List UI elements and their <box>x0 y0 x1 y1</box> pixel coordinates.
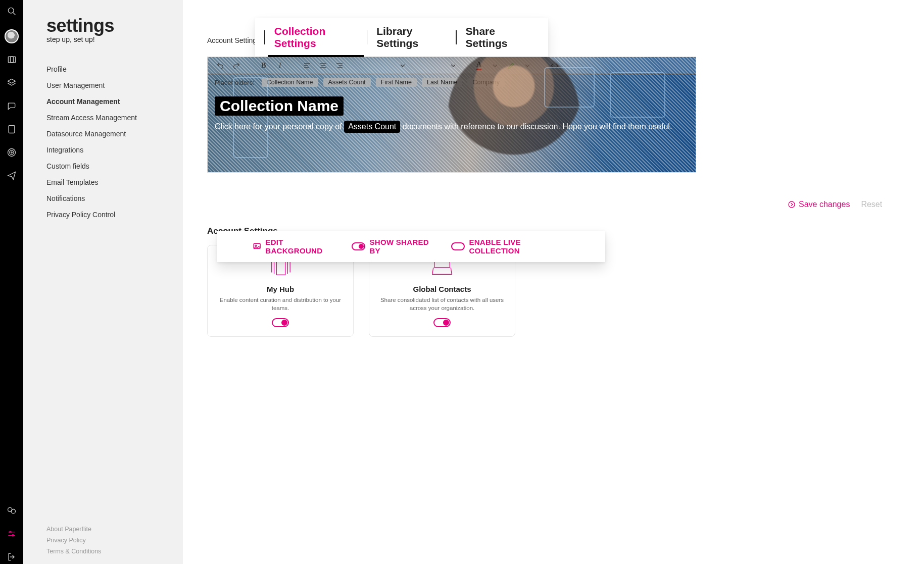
settings-sliders-icon[interactable] <box>7 529 17 541</box>
svg-point-27 <box>789 201 795 208</box>
footer-link-terms[interactable]: Terms & Conditions <box>46 548 183 555</box>
footer-link-privacy[interactable]: Privacy Policy <box>46 537 183 544</box>
hero-body-token[interactable]: Assets Count <box>344 121 400 133</box>
settings-sidebar: settings step up, set up! Profile User M… <box>23 0 183 564</box>
sidebar-item-integrations[interactable]: Integrations <box>46 144 183 156</box>
collections-icon[interactable] <box>7 55 17 67</box>
enable-live-collection-toggle[interactable]: ENABLE LIVE COLLECTION <box>451 238 570 255</box>
reset-button[interactable]: Reset <box>861 200 882 209</box>
save-row: Save changes Reset <box>788 200 889 209</box>
chip-assets-count[interactable]: Assets Count <box>323 78 371 87</box>
rte-toolbar: B I A <box>208 57 696 74</box>
svg-point-10 <box>11 509 15 514</box>
save-changes-button[interactable]: Save changes <box>788 200 850 209</box>
settings-tabstrip: Collection Settings Library Settings Sha… <box>255 18 548 57</box>
settings-nav: Profile User Management Account Manageme… <box>46 64 183 220</box>
italic-button[interactable]: I <box>274 60 285 71</box>
align-left-button[interactable] <box>302 60 313 71</box>
sidebar-item-privacy-policy[interactable]: Privacy Policy Control <box>46 209 183 220</box>
font-size-dropdown[interactable] <box>412 60 457 71</box>
enable-live-collection-label: ENABLE LIVE COLLECTION <box>469 238 570 255</box>
hero-body-text[interactable]: Click here for your personal copy of Ass… <box>215 121 689 133</box>
breadcrumb: Account Settings <box>207 36 260 44</box>
card-title: Global Contacts <box>413 285 471 293</box>
collection-hero: B I A Placeholders: Collectio <box>207 57 696 173</box>
tablet-icon[interactable] <box>7 124 17 136</box>
redo-button[interactable] <box>231 60 242 71</box>
align-right-button[interactable] <box>334 60 345 71</box>
sidebar-footer: About Paperflite Privacy Policy Terms & … <box>46 526 183 555</box>
activity-icon[interactable] <box>7 505 17 518</box>
layers-icon[interactable] <box>7 78 17 90</box>
global-contacts-toggle[interactable] <box>433 318 451 327</box>
chip-collection-name[interactable]: Collection Name <box>262 78 318 87</box>
chat-icon[interactable] <box>7 101 17 113</box>
my-hub-toggle[interactable] <box>272 318 289 327</box>
sidebar-item-profile[interactable]: Profile <box>46 64 183 75</box>
avatar[interactable] <box>5 29 19 43</box>
toggle-off-icon <box>451 242 465 250</box>
send-icon[interactable] <box>7 171 17 183</box>
bold-button[interactable]: B <box>258 60 269 71</box>
toggle-on-icon <box>352 242 365 250</box>
hero-text-editor[interactable]: Collection Name Click here for your pers… <box>215 96 689 133</box>
sidebar-item-stream-access[interactable]: Stream Access Management <box>46 112 183 123</box>
sidebar-item-notifications[interactable]: Notifications <box>46 193 183 204</box>
svg-line-1 <box>13 13 16 15</box>
tab-share-settings[interactable]: Share Settings <box>457 26 539 48</box>
editor-area: B I A Placeholders: Collectio <box>207 57 696 173</box>
font-family-dropdown[interactable] <box>361 60 407 71</box>
show-shared-by-toggle[interactable]: SHOW SHARED BY <box>352 238 439 255</box>
tab-collection-settings[interactable]: Collection Settings <box>265 26 367 48</box>
main-content: Account Settings B I A <box>183 0 924 564</box>
svg-point-7 <box>10 150 14 155</box>
hero-body-pre: Click here for your personal copy of <box>215 122 344 131</box>
show-shared-by-label: SHOW SHARED BY <box>369 238 439 255</box>
undo-button[interactable] <box>215 60 226 71</box>
sidebar-item-user-management[interactable]: User Management <box>46 80 183 91</box>
save-changes-label: Save changes <box>799 200 850 209</box>
card-desc: Enable content curation and distribution… <box>217 296 344 312</box>
svg-point-6 <box>8 149 16 157</box>
logout-icon[interactable] <box>7 552 17 564</box>
search-icon[interactable] <box>7 6 17 18</box>
svg-rect-2 <box>8 57 13 63</box>
icon-rail <box>0 0 23 564</box>
hero-title-token[interactable]: Collection Name <box>215 96 344 116</box>
edit-background-button[interactable]: EDIT BACKGROUND <box>253 238 339 255</box>
svg-marker-4 <box>8 79 16 83</box>
target-icon[interactable] <box>7 147 17 160</box>
svg-rect-5 <box>9 126 15 133</box>
sidebar-item-email-templates[interactable]: Email Templates <box>46 177 183 188</box>
tab-library-settings[interactable]: Library Settings <box>367 26 456 48</box>
footer-link-about[interactable]: About Paperflite <box>46 526 183 533</box>
svg-point-0 <box>8 8 14 13</box>
sidebar-item-custom-fields[interactable]: Custom fields <box>46 161 183 172</box>
hero-body-post: documents with reference to our discussi… <box>400 122 672 131</box>
sidebar-item-account-management[interactable]: Account Management <box>46 96 183 107</box>
card-title: My Hub <box>267 285 294 293</box>
sidebar-item-datasource[interactable]: Datasource Management <box>46 128 183 139</box>
card-desc: Share consolidated list of contacts with… <box>378 296 506 312</box>
page-subtitle: step up, set up! <box>46 35 183 43</box>
page-title: settings <box>46 15 183 36</box>
edit-background-label: EDIT BACKGROUND <box>265 238 339 255</box>
chip-first-name[interactable]: First Name <box>376 78 417 87</box>
svg-rect-3 <box>11 57 16 63</box>
svg-point-26 <box>255 245 257 246</box>
hero-action-bar: EDIT BACKGROUND SHOW SHARED BY ENABLE LI… <box>217 231 605 262</box>
align-center-button[interactable] <box>318 60 329 71</box>
svg-point-8 <box>11 152 13 153</box>
